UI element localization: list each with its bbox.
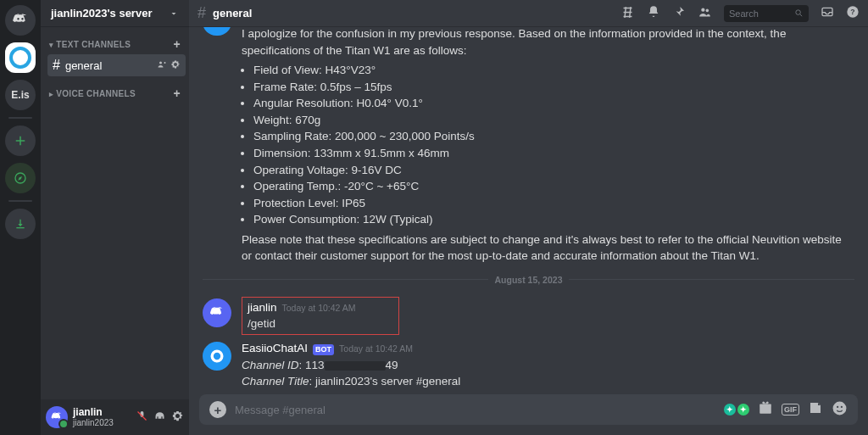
message-text: Please note that these specifications ar…: [242, 231, 854, 265]
pinned-icon[interactable]: [672, 5, 686, 21]
date-divider: August 15, 2023: [203, 275, 854, 285]
nitro-boost-icon[interactable]: ✦✦: [724, 404, 749, 415]
deafen-button[interactable]: [153, 410, 166, 425]
message-list[interactable]: I apologize for the confusion in my prev…: [189, 27, 868, 394]
message-author[interactable]: jianlin: [248, 299, 277, 316]
user-avatar[interactable]: [203, 298, 231, 327]
svg-point-14: [841, 405, 843, 407]
search-icon: [794, 8, 804, 18]
message-text: I apologize for the confusion in my prev…: [242, 27, 854, 59]
channel-top-bar: # general Search ?: [189, 0, 868, 27]
channel-title: general: [213, 7, 252, 20]
message-bot-specs: I apologize for the confusion in my prev…: [203, 27, 854, 268]
svg-point-12: [833, 401, 847, 415]
mute-mic-button[interactable]: [136, 410, 148, 425]
annotation-highlight: jianlin Today at 10:42 AM /getid: [242, 297, 399, 335]
spec-item: Frame Rate: 0.5fps – 15fps: [253, 79, 854, 96]
text-channels-header[interactable]: ▾TEXT CHANNELS +: [47, 34, 186, 54]
svg-point-1: [159, 62, 162, 64]
server-name: jianlin2023's server: [51, 7, 152, 20]
main-area: # general Search ?: [189, 0, 868, 435]
spec-item: Weight: 670g: [253, 112, 854, 129]
notifications-icon[interactable]: [647, 5, 660, 21]
message-input[interactable]: + Message #general ✦✦ GIF: [199, 394, 858, 425]
text-channels-group: ▾TEXT CHANNELS + # general: [41, 27, 189, 76]
message-input-row: + Message #general ✦✦ GIF: [189, 394, 868, 435]
hash-icon: #: [198, 4, 206, 22]
inbox-icon[interactable]: [821, 5, 834, 21]
channel-settings-icon[interactable]: [170, 59, 181, 71]
attach-button[interactable]: +: [209, 401, 226, 418]
gif-icon[interactable]: GIF: [782, 404, 799, 415]
svg-point-4: [796, 10, 801, 15]
svg-point-13: [837, 405, 838, 407]
add-server-button[interactable]: [5, 125, 36, 156]
svg-rect-11: [760, 404, 771, 407]
self-display-name: jianlin: [73, 407, 114, 418]
voice-channels-header[interactable]: ▸VOICE CHANNELS +: [47, 83, 186, 103]
server-jianlin2023[interactable]: [5, 42, 36, 73]
hash-icon: #: [53, 58, 60, 73]
channel-sidebar: jianlin2023's server ▾TEXT CHANNELS + # …: [41, 0, 189, 435]
spec-item: Field of View: H43°V23°: [253, 62, 854, 79]
svg-point-3: [706, 8, 709, 12]
redacted-id: [325, 361, 386, 371]
user-panel: jianlin jianlin2023: [41, 399, 189, 435]
message-bot-getid-response: EasiioChatAI BOT Today at 10:42 AM Chann…: [203, 335, 854, 390]
user-settings-button[interactable]: [171, 410, 184, 425]
svg-point-2: [701, 8, 704, 11]
emoji-icon[interactable]: [832, 400, 848, 420]
self-username: jianlin2023: [73, 418, 114, 427]
gift-icon[interactable]: [758, 400, 773, 419]
spec-item: Operating Voltage: 9-16V DC: [253, 162, 854, 179]
explore-servers-button[interactable]: [5, 163, 36, 193]
voice-channels-group: ▸VOICE CHANNELS +: [41, 76, 189, 103]
search-input[interactable]: Search: [724, 5, 809, 22]
spec-item: Sampling Rate: 200,000 ~ 230,000 Points/…: [253, 128, 854, 145]
message-line: Channel ID: 11349: [242, 357, 854, 374]
spec-list: Field of View: H43°V23°Frame Rate: 0.5fp…: [253, 62, 854, 228]
help-icon[interactable]: ?: [846, 5, 860, 21]
message-author[interactable]: EasiioChatAI: [242, 340, 308, 357]
bot-tag: BOT: [313, 344, 334, 355]
search-placeholder: Search: [729, 8, 759, 19]
svg-point-9: [214, 353, 220, 360]
message-content: /getid: [248, 315, 356, 332]
svg-text:?: ?: [850, 8, 854, 16]
message-timestamp: Today at 10:42 AM: [339, 343, 413, 355]
members-icon[interactable]: [698, 5, 712, 22]
sticker-icon[interactable]: [808, 400, 823, 419]
spec-item: Protection Level: IP65: [253, 195, 854, 212]
spec-item: Power Consumption: 12W (Typical): [253, 211, 854, 228]
spec-item: Dimension: 133mm x 91.5mm x 46mm: [253, 145, 854, 162]
server-eis[interactable]: E.is: [5, 80, 36, 110]
message-timestamp: Today at 10:42 AM: [282, 302, 356, 315]
channel-label: general: [65, 59, 102, 72]
message-line: Channel Title: jianlin2023's server #gen…: [242, 373, 854, 390]
self-name-block[interactable]: jianlin jianlin2023: [73, 407, 114, 427]
bot-avatar[interactable]: [203, 27, 231, 36]
self-avatar[interactable]: [46, 406, 68, 428]
spec-item: Angular Resolution: H0.04° V0.1°: [253, 95, 854, 112]
server-rail: E.is: [0, 0, 41, 435]
add-text-channel-button[interactable]: +: [174, 37, 181, 51]
invite-icon[interactable]: [157, 59, 167, 71]
add-voice-channel-button[interactable]: +: [174, 86, 181, 100]
svg-rect-10: [760, 406, 771, 414]
channel-general[interactable]: # general: [47, 54, 186, 76]
spec-item: Operating Temp.: -20°C ~ +65°C: [253, 178, 854, 195]
dm-home-button[interactable]: [5, 5, 36, 36]
bot-avatar[interactable]: [203, 342, 231, 371]
threads-icon[interactable]: [620, 5, 635, 22]
message-user-getid: jianlin Today at 10:42 AM /getid: [203, 292, 854, 335]
download-apps-button[interactable]: [5, 209, 36, 239]
server-header-dropdown[interactable]: jianlin2023's server: [41, 0, 189, 27]
input-placeholder: Message #general: [235, 404, 715, 416]
